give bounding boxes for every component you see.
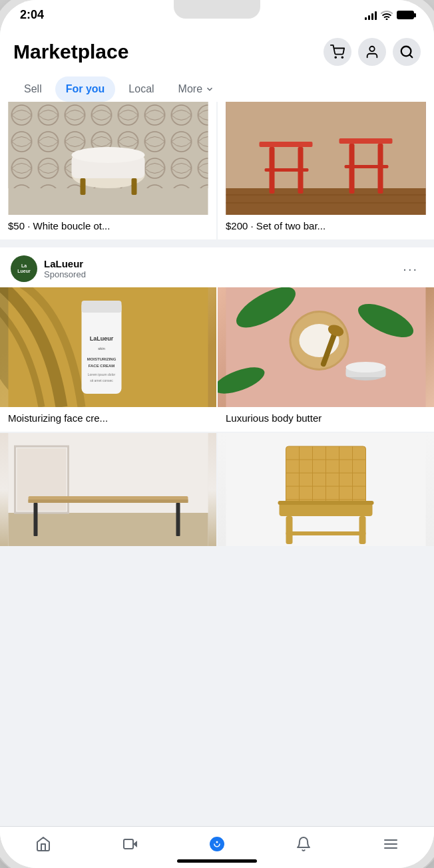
profile-button[interactable] (358, 38, 386, 66)
desk-image (0, 433, 216, 546)
svg-text:LaLueur: LaLueur (90, 335, 114, 342)
nav-item-marketplace[interactable] (201, 833, 233, 855)
sponsored-header: LaLueur LaLueur Sponsored ··· (0, 247, 434, 287)
bottom-card-chair[interactable] (218, 433, 434, 546)
battery-icon (397, 11, 414, 19)
tab-for-you[interactable]: For you (55, 76, 116, 102)
sponsored-card-face-cream[interactable]: LaLueur skin MOISTURIZING FACE CREAM Lor… (0, 287, 216, 432)
marketplace-icon (209, 836, 225, 852)
sponsored-section: LaLueur LaLueur Sponsored ··· (0, 247, 434, 432)
svg-point-77 (215, 841, 218, 844)
svg-rect-70 (278, 501, 374, 505)
sponsor-avatar: LaLueur (11, 255, 37, 282)
cart-button[interactable] (324, 38, 351, 66)
svg-rect-73 (286, 531, 366, 535)
bell-icon (296, 836, 312, 852)
svg-text:sit amet consec: sit amet consec (90, 378, 113, 382)
svg-rect-13 (132, 178, 137, 195)
svg-point-2 (369, 47, 374, 51)
svg-text:FACE CREAM: FACE CREAM (89, 364, 115, 368)
svg-rect-54 (34, 503, 38, 536)
bottom-card-desk[interactable] (0, 433, 216, 546)
svg-text:MOISTURIZING: MOISTURIZING (87, 357, 116, 361)
face-cream-name: Moisturizing face cre... (0, 407, 216, 432)
sponsor-label: Sponsored (44, 269, 86, 279)
status-icons (365, 11, 414, 20)
svg-point-45 (346, 362, 386, 372)
svg-rect-12 (81, 178, 86, 195)
svg-point-0 (335, 57, 336, 58)
svg-rect-55 (176, 503, 180, 536)
sponsored-card-body-butter[interactable]: Luxurious body butter (218, 287, 434, 432)
svg-rect-19 (260, 142, 313, 147)
svg-rect-72 (359, 516, 366, 544)
sponsor-info: LaLueur LaLueur Sponsored (11, 255, 86, 282)
nav-item-home[interactable] (27, 833, 59, 855)
app-header: Marketplace (0, 27, 434, 102)
product-card-ottoman[interactable]: $50 · White boucle ot... (0, 102, 216, 239)
svg-text:Lorem ipsum dolor: Lorem ipsum dolor (88, 372, 116, 376)
svg-rect-29 (82, 301, 122, 313)
svg-text:skin: skin (98, 347, 105, 351)
sponsor-name: LaLueur (44, 258, 86, 269)
chevron-down-icon (205, 84, 214, 94)
product-image-ottoman (0, 102, 216, 215)
app-content: Marketplace (0, 27, 434, 826)
tab-local[interactable]: Local (118, 76, 164, 102)
svg-rect-18 (226, 102, 426, 188)
home-icon (35, 836, 51, 852)
svg-rect-22 (265, 168, 309, 172)
tab-sell[interactable]: Sell (13, 76, 53, 102)
video-icon (122, 836, 138, 852)
svg-rect-15 (226, 188, 426, 215)
svg-line-4 (409, 55, 412, 57)
tab-more[interactable]: More (168, 76, 225, 102)
body-butter-name: Luxurious body butter (218, 407, 434, 432)
svg-point-1 (341, 57, 343, 58)
bottom-product-grid (0, 433, 434, 546)
svg-rect-71 (286, 516, 293, 544)
face-cream-image: LaLueur skin MOISTURIZING FACE CREAM Lor… (0, 287, 216, 407)
svg-rect-56 (29, 500, 188, 503)
svg-rect-74 (124, 839, 133, 849)
signal-icon (365, 11, 377, 20)
nav-tabs: Sell For you Local More (13, 76, 421, 102)
cart-icon (330, 45, 345, 59)
svg-point-11 (72, 147, 145, 163)
body-butter-image (218, 287, 434, 407)
product-price-name-1: $50 · White boucle ot... (8, 220, 208, 231)
home-gesture-bar (177, 859, 257, 863)
menu-icon (383, 836, 399, 852)
search-icon (399, 45, 414, 59)
wifi-icon (381, 11, 393, 20)
nav-item-menu[interactable] (375, 833, 407, 855)
page-title: Marketplace (13, 41, 128, 63)
svg-rect-25 (378, 144, 383, 194)
chair-image (218, 433, 434, 546)
product-card-stools[interactable]: $200 · Set of two bar... (218, 102, 434, 239)
nav-item-notifications[interactable] (288, 833, 320, 855)
header-actions (324, 38, 421, 66)
more-options-button[interactable]: ··· (397, 259, 423, 279)
nav-item-video[interactable] (114, 833, 146, 855)
status-time: 2:04 (20, 8, 44, 22)
product-image-stools (218, 102, 434, 215)
tab-more-label: More (178, 83, 202, 95)
product-grid: $50 · White boucle ot... (0, 102, 434, 239)
search-button[interactable] (393, 38, 421, 66)
profile-icon (365, 45, 379, 59)
product-price-name-2: $200 · Set of two bar... (226, 220, 426, 231)
sponsored-products: LaLueur skin MOISTURIZING FACE CREAM Lor… (0, 287, 434, 432)
svg-rect-26 (345, 165, 389, 168)
svg-rect-24 (349, 144, 355, 194)
svg-rect-23 (339, 138, 393, 144)
